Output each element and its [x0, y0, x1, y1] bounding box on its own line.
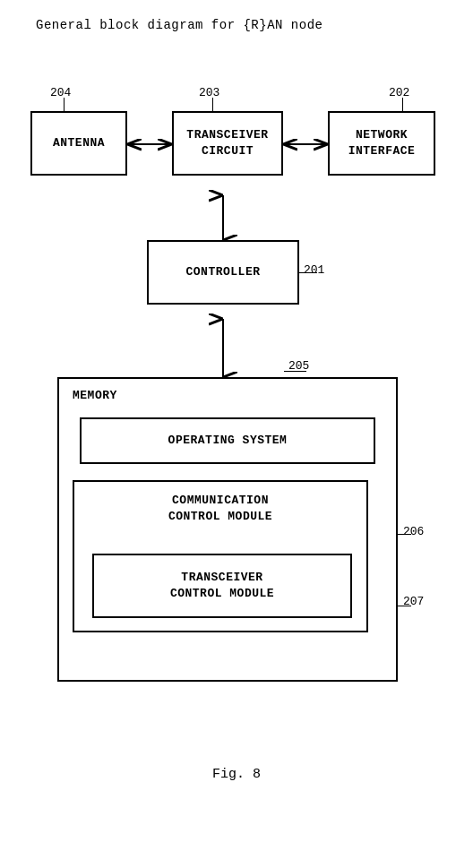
label-204: 204 — [50, 86, 71, 99]
comm-control-block: COMMUNICATION CONTROL MODULE TRANSCEIVER… — [73, 480, 368, 632]
label-203: 203 — [199, 86, 219, 99]
network-interface-block: NETWORK INTERFACE — [328, 111, 435, 176]
diagram-title: General block diagram for {R}AN node — [36, 18, 322, 32]
diagram-area: 204 203 202 ANTENNA TRANSCEIVER CIRCUIT … — [30, 59, 443, 740]
memory-label: MEMORY — [73, 388, 117, 404]
fig-label: Fig. 8 — [212, 767, 261, 782]
transceiver-circuit-block: TRANSCEIVER CIRCUIT — [172, 111, 283, 176]
memory-block: MEMORY OPERATING SYSTEM COMMUNICATION CO… — [57, 377, 398, 682]
label-206: 206 — [403, 525, 424, 538]
controller-block: CONTROLLER — [147, 240, 299, 305]
label-202: 202 — [389, 86, 409, 99]
antenna-block: ANTENNA — [30, 111, 127, 176]
operating-system-block: OPERATING SYSTEM — [80, 417, 375, 464]
label-201: 201 — [304, 263, 324, 277]
comm-control-label: COMMUNICATION CONTROL MODULE — [85, 493, 356, 525]
transceiver-control-block: TRANSCEIVER CONTROL MODULE — [92, 554, 352, 618]
